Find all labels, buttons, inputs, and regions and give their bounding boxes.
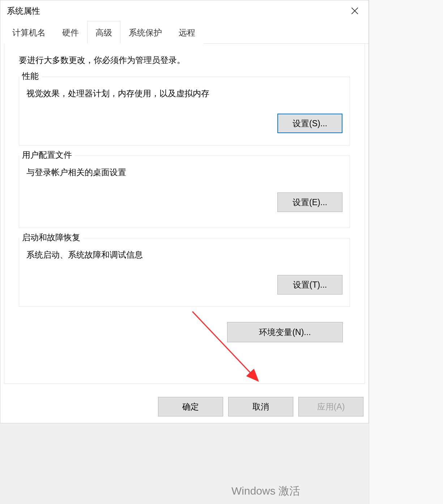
group-user-profiles-legend: 用户配置文件 [19, 149, 75, 161]
background-panel [369, 0, 443, 504]
tab-hardware[interactable]: 硬件 [54, 21, 87, 44]
tab-computer-name[interactable]: 计算机名 [4, 21, 54, 44]
ok-button[interactable]: 确定 [158, 397, 223, 416]
close-button[interactable] [348, 4, 362, 18]
apply-button[interactable]: 应用(A) [298, 397, 363, 416]
close-icon [351, 7, 358, 14]
tab-strip: 计算机名 硬件 高级 系统保护 远程 [4, 21, 369, 44]
tab-remote[interactable]: 远程 [170, 21, 204, 44]
window-title: 系统属性 [7, 5, 40, 17]
tab-system-protection[interactable]: 系统保护 [120, 21, 170, 44]
annotation-arrow [185, 308, 279, 398]
group-user-profiles-desc: 与登录帐户相关的桌面设置 [26, 167, 342, 178]
tab-advanced[interactable]: 高级 [87, 21, 120, 44]
group-performance-legend: 性能 [19, 71, 42, 82]
startup-settings-button[interactable]: 设置(T)... [277, 275, 342, 295]
performance-settings-button[interactable]: 设置(S)... [277, 114, 342, 133]
group-performance: 性能 视觉效果，处理器计划，内存使用，以及虚拟内存 设置(S)... [19, 77, 350, 145]
windows-activation-text: Windows 激活 [231, 484, 300, 499]
admin-notice: 要进行大多数更改，你必须作为管理员登录。 [19, 55, 350, 66]
tab-content-advanced: 要进行大多数更改，你必须作为管理员登录。 性能 视觉效果，处理器计划，内存使用，… [4, 44, 365, 384]
group-startup-recovery: 启动和故障恢复 系统启动、系统故障和调试信息 设置(T)... [19, 238, 350, 307]
user-profiles-settings-button[interactable]: 设置(E)... [277, 192, 342, 212]
cancel-button[interactable]: 取消 [228, 397, 293, 416]
group-startup-desc: 系统启动、系统故障和调试信息 [26, 249, 342, 261]
environment-variables-button[interactable]: 环境变量(N)... [227, 322, 343, 342]
system-properties-dialog: 系统属性 计算机名 硬件 高级 系统保护 远程 要进行大多数更改，你必须作为管理… [0, 0, 369, 423]
dialog-button-row: 确定 取消 应用(A) [158, 397, 363, 416]
group-performance-desc: 视觉效果，处理器计划，内存使用，以及虚拟内存 [26, 88, 342, 99]
group-startup-legend: 启动和故障恢复 [19, 232, 83, 243]
group-user-profiles: 用户配置文件 与登录帐户相关的桌面设置 设置(E)... [19, 156, 350, 228]
titlebar: 系统属性 [0, 0, 369, 21]
